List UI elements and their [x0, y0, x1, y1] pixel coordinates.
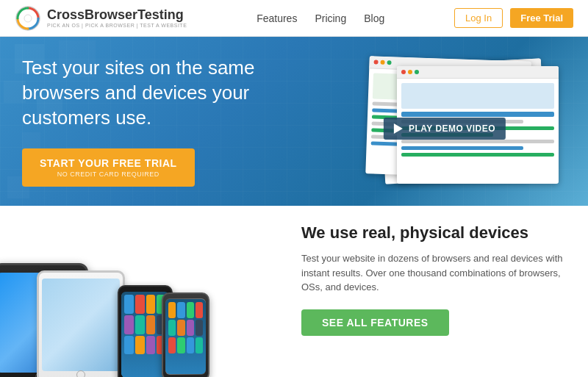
phone-iphone-screen: [165, 299, 206, 374]
nav-features[interactable]: Features: [257, 12, 297, 24]
play-demo-button[interactable]: PLAY DEMO VIDEO: [384, 118, 506, 140]
logo-text-block: CrossBrowserTesting PICK AN OS | PICK A …: [47, 8, 187, 28]
logo-name: CrossBrowserTesting: [47, 8, 187, 23]
info-area: We use real, physical devices Test your …: [279, 206, 588, 377]
nav-blog[interactable]: Blog: [364, 12, 384, 24]
hero-left: Test your sites on the same browsers and…: [22, 56, 316, 186]
info-description: Test your website in dozens of browsers …: [301, 251, 566, 295]
logo-icon: [15, 5, 41, 32]
see-all-features-button[interactable]: SEE ALL FEATURES: [301, 309, 449, 336]
play-icon: [394, 123, 403, 134]
start-trial-button[interactable]: START YOUR FREE TRIAL NO CREDIT CARD REQ…: [22, 148, 195, 187]
hero-headline: Test your sites on the same browsers and…: [22, 56, 316, 130]
lower-section: We use real, physical devices Test your …: [0, 206, 588, 377]
free-trial-button[interactable]: Free Trial: [510, 8, 573, 28]
phone-iphone: [162, 292, 209, 377]
navigation: Features Pricing Blog: [257, 12, 384, 24]
login-button[interactable]: Log In: [454, 8, 503, 28]
svg-point-1: [24, 15, 32, 22]
start-trial-sub-text: NO CREDIT CARD REQUIRED: [57, 170, 159, 178]
logo-area: CrossBrowserTesting PICK AN OS | PICK A …: [15, 5, 187, 32]
browser-mockup: PLAY DEMO VIDEO: [323, 55, 566, 202]
header: CrossBrowserTesting PICK AN OS | PICK A …: [0, 0, 588, 37]
start-trial-main-text: START YOUR FREE TRIAL: [40, 157, 177, 169]
devices-area: [0, 206, 279, 377]
hero-right: PLAY DEMO VIDEO: [316, 48, 566, 195]
nav-pricing[interactable]: Pricing: [315, 12, 346, 24]
header-buttons: Log In Free Trial: [454, 8, 573, 28]
info-title: We use real, physical devices: [301, 223, 528, 243]
logo-tagline: PICK AN OS | PICK A BROWSER | TEST A WEB…: [47, 23, 187, 28]
tablet-white: [37, 270, 125, 377]
hero-section: Test your sites on the same browsers and…: [0, 37, 588, 206]
play-label: PLAY DEMO VIDEO: [409, 123, 495, 134]
